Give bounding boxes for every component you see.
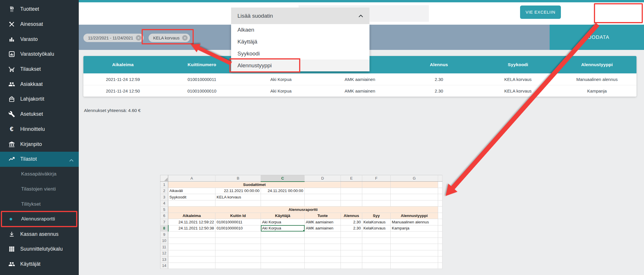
filter-option-k-ytt-j-[interactable]: Käyttäjä bbox=[231, 36, 369, 48]
sidebar-item-label: Ainesosat bbox=[20, 21, 43, 27]
excel-cell-A11 bbox=[168, 244, 215, 250]
excel-cell-sliver bbox=[438, 263, 442, 269]
sidebar-item-label: Käyttäjät bbox=[20, 261, 41, 267]
excel-cell-A8: 24.11.2021 12:50:38 bbox=[168, 225, 215, 231]
sidebar-item-label: Tilaukset bbox=[20, 66, 41, 72]
excel-row-header-4: 4 bbox=[160, 200, 168, 207]
excel-cell-F10 bbox=[362, 238, 391, 244]
excel-cell-A9 bbox=[168, 231, 215, 238]
excel-cell-sliver bbox=[438, 219, 442, 225]
users-icon bbox=[8, 261, 15, 268]
excel-cell-E13 bbox=[341, 256, 362, 263]
sidebar-item-asetukset[interactable]: Asetukset bbox=[0, 107, 79, 122]
excel-row-header-1: 1 bbox=[160, 182, 168, 188]
excel-cell-F12 bbox=[362, 250, 391, 256]
excel-cell-A13 bbox=[168, 256, 215, 263]
excel-cell-C11 bbox=[261, 244, 305, 250]
table-cell: Kampanja bbox=[557, 85, 636, 97]
excel-cell-G13 bbox=[391, 256, 438, 263]
sidebar-item-varastoty-kalu[interactable]: Varastotyökalu bbox=[0, 47, 79, 62]
excel-cell-C13 bbox=[261, 256, 305, 263]
excel-cell-sliver bbox=[438, 200, 442, 207]
excel-cell-B10 bbox=[215, 238, 261, 244]
excel-cell-D12 bbox=[305, 250, 341, 256]
excel-cell-C7: Aki Korpua bbox=[261, 219, 305, 225]
excel-cell-sliver bbox=[438, 207, 442, 213]
excel-cell-E11 bbox=[341, 244, 362, 250]
excel-cell-B2: 22.11.2021 00:00:00 bbox=[215, 188, 261, 194]
excel-cell-F7: KelaKorvaus bbox=[362, 219, 391, 225]
sidebar-item-k-ytt-j-t[interactable]: Käyttäjät bbox=[0, 257, 79, 272]
sidebar-item-tilaukset[interactable]: Tilaukset bbox=[0, 62, 79, 77]
filter-option-alkaen[interactable]: Alkaen bbox=[231, 24, 369, 36]
excel-cell-F8: KelaKorvaus bbox=[362, 225, 391, 231]
sidebar-item-tuotteet[interactable]: Tuotteet bbox=[0, 2, 79, 17]
excel-row-header-3: 3 bbox=[160, 194, 168, 200]
annotation-arrow-to-excel bbox=[446, 24, 598, 196]
discount-total-summary: Alennukset yhteensä: 4.60 € bbox=[84, 108, 141, 113]
excel-cell-B8: 010010000010 bbox=[215, 225, 261, 231]
excel-cell-B7: 010010000011 bbox=[215, 219, 261, 225]
excel-row-header-11: 11 bbox=[160, 244, 168, 250]
grid-icon bbox=[8, 246, 15, 253]
sidebar-subitem-kassap-iv-kirja[interactable]: Kassapäiväkirja bbox=[0, 167, 79, 182]
sidebar-item-kirjanpito[interactable]: Kirjanpito bbox=[0, 137, 79, 152]
sidebar-subitem-tilitykset[interactable]: Tilitykset bbox=[0, 197, 79, 212]
excel-cell-D3 bbox=[305, 194, 341, 200]
excel-column-header-D: D bbox=[305, 175, 341, 182]
sidebar-item-label: Hinnoittelu bbox=[20, 126, 45, 132]
excel-cell-E9 bbox=[341, 231, 362, 238]
chart-box-icon bbox=[8, 51, 15, 58]
sidebar: TuotteetAinesosatVarastoVarastotyökaluTi… bbox=[0, 0, 79, 275]
excel-cell-C10 bbox=[261, 238, 305, 244]
excel-cell-D7: AMK aamiainen bbox=[305, 219, 341, 225]
sidebar-item-asiakkaat[interactable]: Asiakkaat bbox=[0, 77, 79, 92]
excel-cell-C8: Aki Korpua bbox=[261, 225, 305, 231]
excel-cell-C6: Käyttäjä bbox=[261, 213, 305, 219]
excel-row-header-8: 8 bbox=[160, 225, 168, 231]
filter-chip-0[interactable]: 11/22/2021 - 11/24/2021× bbox=[83, 34, 144, 42]
sidebar-item-tilastot[interactable]: Tilastot bbox=[0, 152, 79, 167]
excel-select-all-corner bbox=[160, 175, 168, 182]
excel-row-header-2: 2 bbox=[160, 188, 168, 194]
excel-cell-D13 bbox=[305, 256, 341, 263]
excel-cell-G14 bbox=[391, 263, 438, 269]
excel-cell-F2 bbox=[362, 188, 391, 194]
table-cell: Aki Korpua bbox=[241, 73, 321, 85]
table-cell: AMK aamiainen bbox=[321, 73, 400, 85]
export-to-excel-button[interactable]: VIE EXCELIIN bbox=[520, 6, 561, 19]
excel-cell-G11 bbox=[391, 244, 438, 250]
sidebar-item-label: Asiakkaat bbox=[20, 81, 43, 87]
sidebar-item-hinnoittelu[interactable]: €Hinnoittelu bbox=[0, 122, 79, 137]
add-filter-dropdown[interactable]: Lisää suodatin bbox=[231, 8, 369, 24]
excel-column-header-G: G bbox=[391, 175, 438, 182]
table-cell: 2021-11-24 12:59 bbox=[83, 73, 162, 85]
sidebar-item-lahjakortit[interactable]: Lahjakortit bbox=[0, 92, 79, 107]
excel-cell-D2 bbox=[305, 188, 341, 194]
excel-cell-F13 bbox=[362, 256, 391, 263]
excel-cell-sliver bbox=[438, 231, 442, 238]
excel-cell-E4 bbox=[341, 200, 362, 207]
sidebar-item-ainesosat[interactable]: Ainesosat bbox=[0, 17, 79, 32]
excel-column-header-A: A bbox=[168, 175, 215, 182]
sidebar-item-label: Kassan asennus bbox=[20, 231, 58, 237]
excel-cell-D4 bbox=[305, 200, 341, 207]
excel-cell-C14 bbox=[261, 263, 305, 269]
filter-chip-label: 11/22/2021 - 11/24/2021 bbox=[88, 36, 133, 40]
excel-cell-G4 bbox=[391, 200, 438, 207]
filter-option-syykoodi[interactable]: Syykoodi bbox=[231, 48, 369, 60]
excel-cell-D9 bbox=[305, 231, 341, 238]
sidebar-item-label: Lahjakortit bbox=[20, 96, 44, 102]
sidebar-item-suunnitteluty-kalu[interactable]: Suunnittelutyökalu bbox=[0, 242, 79, 257]
excel-row-header-7: 7 bbox=[160, 219, 168, 225]
excel-cell bbox=[362, 182, 391, 188]
excel-cell-G3 bbox=[391, 194, 438, 200]
excel-cell-E7: 2.30 bbox=[341, 219, 362, 225]
sidebar-subitem-tilastojen-vienti[interactable]: Tilastojen vienti bbox=[0, 182, 79, 197]
sidebar-item-kassan-asennus[interactable]: Kassan asennus bbox=[0, 227, 79, 242]
remove-chip-icon[interactable]: × bbox=[136, 35, 141, 41]
excel-title-row-5: Alennusraportti bbox=[168, 207, 438, 213]
sidebar-item-varasto[interactable]: Varasto bbox=[0, 32, 79, 47]
wrench-icon bbox=[8, 111, 15, 118]
excel-row-header-10: 10 bbox=[160, 238, 168, 244]
